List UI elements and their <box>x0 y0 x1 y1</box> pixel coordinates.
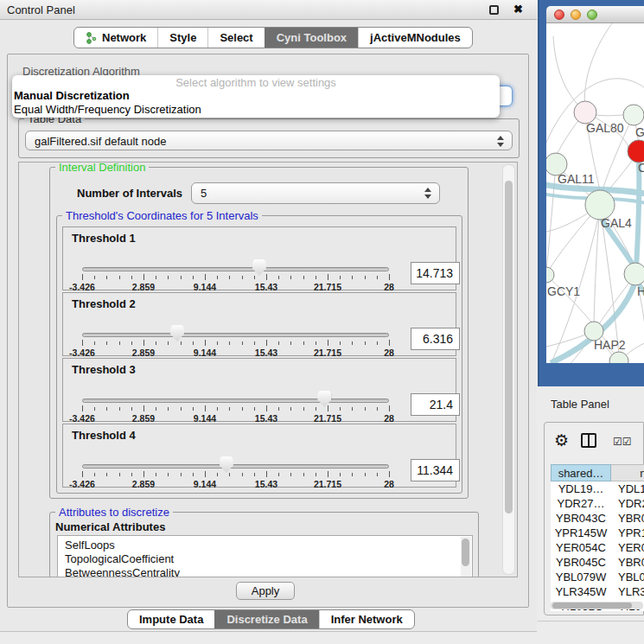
slider-tick-labels: -3.426 2.859 9.144 15.43 21.715 28 <box>82 479 389 489</box>
cell[interactable]: YBR045C <box>551 555 611 570</box>
dropdown-item-equal-width-frequency[interactable]: Equal Width/Frequency Discretization <box>12 103 500 117</box>
network-node[interactable] <box>609 352 628 363</box>
attributes-title: Attributes to discretize <box>55 506 173 519</box>
network-canvas[interactable]: GAL80 GA GAL11 C GAL4 GCY1 H HAP2 <box>546 23 644 363</box>
cell[interactable]: YLR3 <box>611 584 644 599</box>
table-row[interactable]: YDL19…YDL1 <box>551 481 644 496</box>
threshold-3-slider[interactable]: -3.426 2.859 9.144 15.43 21.715 28 <box>82 392 389 421</box>
tab-infer-network[interactable]: Infer Network <box>319 610 414 628</box>
threshold-4-value[interactable]: 11.344 <box>411 459 460 481</box>
table-row[interactable]: YLR345WYLR3 <box>551 584 644 599</box>
split-view-icon[interactable] <box>581 433 596 448</box>
tab-cyni-toolbox[interactable]: Cyni Toolbox <box>265 28 358 48</box>
gear-icon[interactable]: ⚙ <box>554 430 569 450</box>
bottom-tab-bar: Impute Data Discretize Data Infer Networ… <box>127 609 415 629</box>
tab-label: Impute Data <box>139 613 203 626</box>
tick-label: 2.859 <box>132 479 155 489</box>
pane-scrollbar[interactable] <box>502 164 515 575</box>
cell[interactable]: YPR1 <box>611 526 644 540</box>
tick-label: 15.43 <box>255 282 277 292</box>
table-horizontal-scrollbar[interactable] <box>551 602 643 609</box>
table-row[interactable]: YER054CYER0 <box>551 540 644 555</box>
tick-label: 9.144 <box>194 479 216 489</box>
cell[interactable]: YBL0 <box>611 570 644 584</box>
slider-tick-labels: -3.426 2.859 9.144 15.43 21.715 28 <box>82 282 389 292</box>
column-header-name[interactable]: name <box>611 464 644 481</box>
cell[interactable]: YPR145W <box>551 526 611 540</box>
threshold-2-value[interactable]: 6.316 <box>411 328 460 350</box>
dropdown-item-manual-discretization[interactable]: Manual Discretization <box>12 89 500 103</box>
scrollbar-thumb[interactable] <box>552 603 632 609</box>
tick-label: 2.859 <box>132 348 155 358</box>
table-row[interactable]: YDR27…YDR2 <box>551 496 644 511</box>
pane-scrollbar-thumb[interactable] <box>505 181 513 513</box>
list-item[interactable]: BetweennessCentrality <box>58 566 472 577</box>
threshold-2-panel: Threshold 2 -3.426 2.859 9.144 15.43 <box>62 292 456 356</box>
column-header-shared-name[interactable]: shared… <box>551 464 611 481</box>
tab-select[interactable]: Select <box>207 28 264 48</box>
cell[interactable]: YBL079W <box>551 570 611 584</box>
tick-label: 15.43 <box>255 348 277 358</box>
threshold-3-value[interactable]: 21.4 <box>411 393 460 416</box>
network-node[interactable] <box>624 263 644 285</box>
table-data-value: galFiltered.sif default node <box>35 135 166 148</box>
network-node-gal4[interactable] <box>585 190 615 220</box>
interval-definition-title: Interval Definition <box>55 162 149 174</box>
list-scrollbar[interactable] <box>461 537 471 577</box>
threshold-1-slider[interactable]: -3.426 2.859 9.144 15.43 21.715 28 <box>82 260 389 290</box>
slider-track[interactable] <box>82 464 389 469</box>
number-of-intervals-combobox[interactable]: 5 <box>191 182 440 204</box>
network-node[interactable] <box>623 105 644 125</box>
threshold-4-slider[interactable]: -3.426 2.859 9.144 15.43 21.715 28 <box>82 457 389 487</box>
close-traffic-light-icon[interactable] <box>554 10 564 20</box>
chevron-up-down-icon <box>496 135 504 148</box>
slider-ticks <box>82 405 389 413</box>
cell[interactable]: YBR043C <box>551 511 611 526</box>
cell[interactable]: YDL19… <box>551 481 611 496</box>
close-icon[interactable]: ✖ <box>513 3 523 16</box>
tick-label: -3.426 <box>69 479 95 489</box>
table-row[interactable]: YBL079WYBL0 <box>551 570 644 584</box>
list-item[interactable]: SelfLoops <box>58 539 472 552</box>
float-icon[interactable] <box>489 5 499 15</box>
thresholds-groupbox: Threshold's Coordinates for 5 Intervals … <box>56 215 462 494</box>
cell[interactable]: YLR345W <box>551 584 611 599</box>
cell[interactable]: YDL1 <box>611 481 644 496</box>
table-row[interactable]: YBR045CYBR0 <box>551 555 644 570</box>
slider-track[interactable] <box>82 333 389 337</box>
node-label: GCY1 <box>547 284 580 298</box>
apply-button[interactable]: Apply <box>236 582 295 600</box>
table-panel-title: Table Panel <box>551 398 609 411</box>
tab-impute-data[interactable]: Impute Data <box>128 610 214 628</box>
network-icon <box>86 32 97 44</box>
cell[interactable]: YER054C <box>551 540 611 555</box>
cell[interactable]: YDR2 <box>611 496 644 511</box>
threshold-2-slider[interactable]: -3.426 2.859 9.144 15.43 21.715 28 <box>82 326 389 355</box>
list-item[interactable]: TopologicalCoefficient <box>58 552 472 566</box>
table-data-combobox[interactable]: galFiltered.sif default node <box>25 131 513 150</box>
tab-network[interactable]: Network <box>74 28 157 48</box>
cell[interactable]: YDR27… <box>551 496 611 511</box>
cell[interactable]: YER0 <box>611 540 644 555</box>
minimize-traffic-light-icon[interactable] <box>571 10 581 20</box>
control-panel: Control Panel ✖ Network Style Select Cyn… <box>0 0 537 632</box>
tab-jactivemnodules[interactable]: jActiveMNodules <box>358 28 472 48</box>
slider-track[interactable] <box>82 399 389 403</box>
slider-tick-labels: -3.426 2.859 9.144 15.43 21.715 28 <box>82 348 389 358</box>
tick-label: 21.715 <box>314 348 341 358</box>
network-window-titlebar[interactable] <box>546 6 644 23</box>
network-node-selected-red[interactable] <box>628 140 644 163</box>
network-node-gcy1[interactable] <box>546 267 554 283</box>
zoom-traffic-light-icon[interactable] <box>587 10 597 20</box>
tab-discretize-data[interactable]: Discretize Data <box>214 610 318 628</box>
cell[interactable]: YBR0 <box>611 511 644 526</box>
threshold-label: Threshold 3 <box>72 363 136 376</box>
slider-track[interactable] <box>82 267 389 271</box>
tab-style[interactable]: Style <box>157 28 207 48</box>
cell[interactable]: YBR0 <box>611 555 644 570</box>
checkbox-icons[interactable]: ☑☑ <box>613 436 632 448</box>
table-row[interactable]: YPR145WYPR1 <box>551 526 644 540</box>
network-view-window: GAL80 GA GAL11 C GAL4 GCY1 H HAP2 <box>538 0 644 386</box>
threshold-1-value[interactable]: 14.713 <box>411 262 460 284</box>
table-row[interactable]: YBR043CYBR0 <box>551 511 644 526</box>
